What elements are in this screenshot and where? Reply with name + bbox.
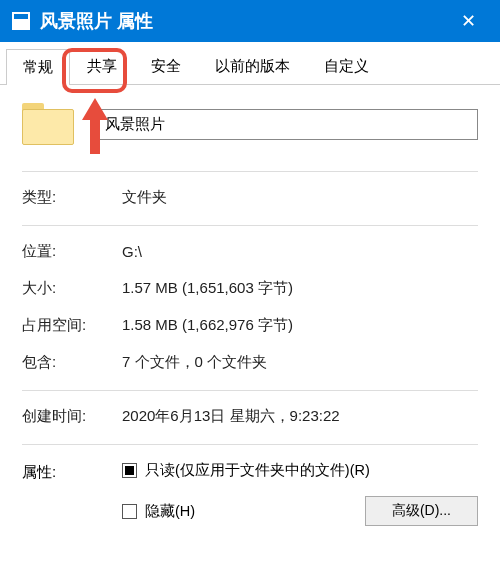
location-row: 位置: G:\ — [22, 242, 478, 261]
tab-custom[interactable]: 自定义 — [307, 48, 386, 84]
contains-value: 7 个文件，0 个文件夹 — [122, 353, 478, 372]
annotation-arrow-icon — [78, 98, 112, 158]
tab-strip: 常规 共享 安全 以前的版本 自定义 — [0, 42, 500, 85]
advanced-button[interactable]: 高级(D)... — [365, 496, 478, 526]
separator — [22, 171, 478, 172]
folder-icon — [22, 103, 74, 145]
size-on-disk-value: 1.58 MB (1,662,976 字节) — [122, 316, 478, 335]
created-label: 创建时间: — [22, 407, 122, 426]
attributes-label: 属性: — [22, 461, 122, 526]
created-row: 创建时间: 2020年6月13日 星期六，9:23:22 — [22, 407, 478, 426]
separator — [22, 390, 478, 391]
tab-security[interactable]: 安全 — [134, 48, 198, 84]
attributes-section: 属性: 只读(仅应用于文件夹中的文件)(R) 隐藏(H) 高级(D)... — [22, 461, 478, 526]
hidden-checkbox[interactable] — [122, 504, 137, 519]
close-button[interactable]: ✕ — [448, 0, 488, 42]
location-value: G:\ — [122, 243, 478, 260]
hidden-label: 隐藏(H) — [145, 502, 195, 521]
attributes-controls: 只读(仅应用于文件夹中的文件)(R) 隐藏(H) 高级(D)... — [122, 461, 478, 526]
size-value: 1.57 MB (1,651,603 字节) — [122, 279, 478, 298]
folder-name-input[interactable] — [96, 109, 478, 140]
tab-general[interactable]: 常规 — [6, 49, 70, 85]
separator — [22, 444, 478, 445]
size-on-disk-label: 占用空间: — [22, 316, 122, 335]
tab-share[interactable]: 共享 — [70, 48, 134, 84]
tab-previous-versions[interactable]: 以前的版本 — [198, 48, 307, 84]
properties-icon — [12, 12, 30, 30]
separator — [22, 225, 478, 226]
titlebar: 风景照片 属性 ✕ — [0, 0, 500, 42]
type-row: 类型: 文件夹 — [22, 188, 478, 207]
contains-row: 包含: 7 个文件，0 个文件夹 — [22, 353, 478, 372]
location-label: 位置: — [22, 242, 122, 261]
general-panel: 类型: 文件夹 位置: G:\ 大小: 1.57 MB (1,651,603 字… — [0, 85, 500, 526]
created-value: 2020年6月13日 星期六，9:23:22 — [122, 407, 478, 426]
hidden-row: 隐藏(H) 高级(D)... — [122, 496, 478, 526]
readonly-checkbox[interactable] — [122, 463, 137, 478]
window-title: 风景照片 属性 — [40, 9, 448, 33]
contains-label: 包含: — [22, 353, 122, 372]
type-label: 类型: — [22, 188, 122, 207]
size-on-disk-row: 占用空间: 1.58 MB (1,662,976 字节) — [22, 316, 478, 335]
readonly-label: 只读(仅应用于文件夹中的文件)(R) — [145, 461, 370, 480]
size-label: 大小: — [22, 279, 122, 298]
size-row: 大小: 1.57 MB (1,651,603 字节) — [22, 279, 478, 298]
type-value: 文件夹 — [122, 188, 478, 207]
readonly-row: 只读(仅应用于文件夹中的文件)(R) — [122, 461, 478, 480]
